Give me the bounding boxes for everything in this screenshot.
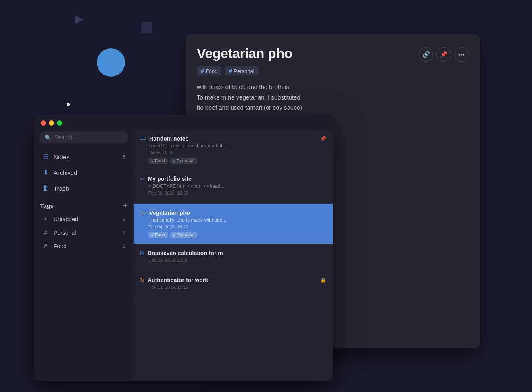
personal-tag-icon: # (42, 229, 50, 236)
traffic-lights (34, 115, 333, 130)
tag-food-random: Food (155, 158, 165, 163)
note-detail-tags: # Food # Personal (197, 66, 469, 75)
note-item-header-pho: ≡ Vegetarian pho (140, 209, 326, 216)
sidebar-item-personal[interactable]: # Personal 2 (36, 226, 131, 239)
tag-untagged-count: 8 (123, 216, 126, 222)
app-window: 🔍 Search ☰ Notes 5 ⬇ Archived 🗑 Trash (34, 115, 333, 381)
minimize-button[interactable] (49, 120, 54, 126)
tag-personal-random: Personal (177, 158, 194, 163)
tag-personal-pho: Personal (177, 232, 194, 237)
note-detail-header: Vegetarian pho 🔗 📌 ••• # Food # Personal (186, 34, 480, 82)
tag-food-count: 2 (123, 243, 126, 249)
tags-list: ✳ Untagged 8 # Personal 2 # Food 2 (34, 212, 133, 253)
hash-food-random: # (151, 158, 154, 163)
note-tags-random: # Food # Personal (148, 158, 326, 164)
sidebar-archived-label: Archived (54, 169, 77, 176)
decorative-dot (67, 103, 70, 106)
search-bar[interactable]: 🔍 Search (39, 131, 128, 143)
tag-food-pho: Food (155, 232, 165, 237)
sidebar-trash-label: Trash (54, 185, 69, 192)
lock-icon-auth: 🔒 (320, 277, 326, 283)
tag-chip-food-random: # Food (148, 158, 168, 164)
tag-personal-count: 2 (123, 230, 126, 236)
note-detail-title: Vegetarian pho (197, 46, 292, 61)
tags-section-header: Tags + (34, 196, 133, 212)
tag-untagged-label: Untagged (54, 216, 78, 222)
food-tag-icon: # (42, 243, 50, 249)
sidebar-notes-count: 5 (123, 154, 126, 160)
search-placeholder: Search (54, 134, 72, 141)
sidebar-item-food[interactable]: # Food 2 (36, 239, 131, 253)
note-item-vegetarian-pho[interactable]: ≡ Vegetarian pho Traditionally, pho is m… (134, 204, 333, 244)
decorative-circle (97, 48, 125, 77)
note-item-header-breakeven: ⊞ Breakeven calculation for m (140, 250, 326, 256)
note-item-random-notes[interactable]: ≡ Random notes 📌 I need to order some sh… (134, 130, 333, 170)
maximize-button[interactable] (57, 120, 62, 126)
tag-food-label: Food (54, 243, 67, 249)
tag-chip-personal[interactable]: # Personal (225, 66, 258, 75)
hash-food-pho: # (151, 232, 154, 237)
notes-icon: ☰ (42, 153, 50, 161)
tag-personal-label: Personal (54, 230, 76, 236)
attach-button[interactable]: 🔗 (419, 47, 433, 62)
note-title-pho: Vegetarian pho (149, 209, 326, 216)
sidebar: 🔍 Search ☰ Notes 5 ⬇ Archived 🗑 Trash (34, 130, 133, 381)
app-content: 🔍 Search ☰ Notes 5 ⬇ Archived 🗑 Trash (34, 130, 333, 381)
close-button[interactable] (41, 120, 46, 126)
note-icon-table: ⊞ (140, 250, 144, 256)
note-title-breakeven: Breakeven calculation for m (148, 250, 326, 256)
body-line-1: with strips of beef, and the broth isTo … (197, 82, 469, 113)
tag-chip-personal-random: # Personal (170, 158, 197, 164)
tag-label-personal: Personal (234, 68, 254, 74)
note-icon-code: <> (140, 177, 145, 181)
hash-personal-random: # (173, 158, 175, 163)
note-tags-pho: # Food # Personal (148, 232, 326, 238)
add-tag-button[interactable]: + (123, 201, 127, 210)
note-date-pho: Feb 04, 2020, 18:49 (148, 224, 326, 229)
note-title-random: Random notes (149, 135, 317, 142)
note-preview-portfolio: <!DOCTYPE html> <html> <head... (148, 183, 326, 189)
trash-icon: 🗑 (42, 185, 50, 192)
note-list[interactable]: ≡ Random notes 📌 I need to order some sh… (133, 130, 333, 381)
tag-hash-personal: # (229, 68, 232, 74)
note-detail-actions: 🔗 📌 ••• (419, 47, 469, 62)
note-date-random: Today, 10:23 (148, 150, 326, 155)
untagged-icon: ✳ (42, 216, 50, 223)
note-item-authenticator[interactable]: ↻ Authenticator for work 🔒 Nov 11, 2019,… (134, 271, 333, 298)
archived-icon: ⬇ (42, 169, 50, 176)
note-title-auth: Authenticator for work (148, 277, 317, 283)
sidebar-item-notes[interactable]: ☰ Notes 5 (36, 149, 131, 165)
sidebar-item-untagged[interactable]: ✳ Untagged 8 (36, 212, 131, 226)
tags-section-label: Tags (40, 202, 54, 209)
note-date-portfolio: Feb 06, 2020, 10:23 (148, 191, 326, 195)
tag-chip-personal-pho: # Personal (170, 232, 197, 238)
sidebar-nav: ☰ Notes 5 ⬇ Archived 🗑 Trash (34, 149, 133, 196)
search-icon: 🔍 (45, 135, 51, 141)
decorative-rect (141, 22, 152, 33)
tag-chip-food[interactable]: # Food (197, 66, 221, 75)
tag-chip-food-pho: # Food (148, 232, 168, 238)
note-icon-lines-pho: ≡ (140, 210, 146, 216)
more-button[interactable]: ••• (454, 47, 469, 62)
sidebar-notes-label: Notes (54, 153, 69, 160)
note-title-portfolio: My portfolio site (148, 176, 326, 182)
tag-hash-food: # (201, 68, 204, 74)
decorative-arrow: ▶ (75, 12, 83, 25)
note-item-breakeven[interactable]: ⊞ Breakeven calculation for m Dec 24, 20… (134, 244, 333, 271)
pin-icon-random: 📌 (320, 136, 326, 141)
pin-button[interactable]: 📌 (436, 47, 451, 62)
note-item-portfolio[interactable]: <> My portfolio site <!DOCTYPE html> <ht… (134, 170, 333, 204)
note-item-header-auth: ↻ Authenticator for work 🔒 (140, 277, 326, 283)
hash-personal-pho: # (173, 232, 175, 237)
tag-label-food: Food (206, 68, 218, 74)
note-date-breakeven: Dec 24, 2019, 23:05 (148, 258, 326, 263)
note-item-header-random: ≡ Random notes 📌 (140, 135, 326, 142)
note-icon-lines: ≡ (140, 136, 146, 142)
sidebar-item-trash[interactable]: 🗑 Trash (36, 180, 131, 196)
note-item-header-portfolio: <> My portfolio site (140, 176, 326, 182)
note-date-auth: Nov 11, 2019, 10:12 (148, 285, 326, 290)
note-preview-random: I need to order some shampoo but... (148, 143, 326, 149)
note-icon-sync: ↻ (140, 277, 144, 283)
note-preview-pho: Traditionally, pho is made with bee... (148, 217, 326, 223)
sidebar-item-archived[interactable]: ⬇ Archived (36, 165, 131, 180)
